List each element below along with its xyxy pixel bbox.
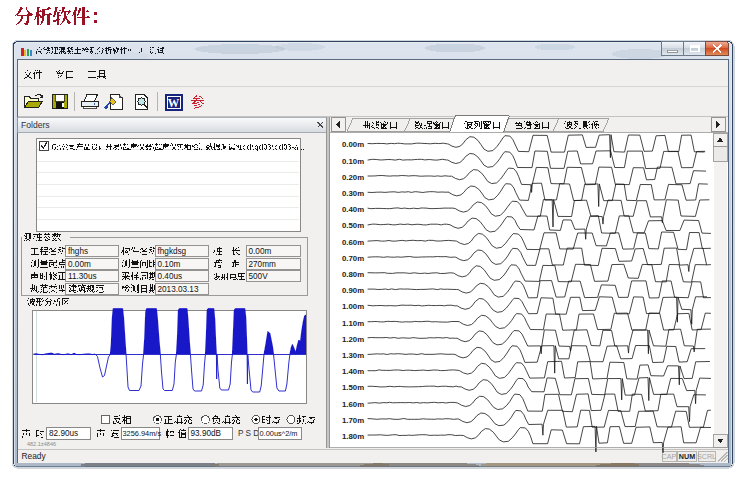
svg-text:0.60m: 0.60m — [342, 238, 364, 247]
svg-text:CAP: CAP — [662, 452, 677, 461]
svg-text:0.00m: 0.00m — [68, 260, 91, 269]
svg-text:93.90dB: 93.90dB — [191, 429, 222, 438]
svg-text:SCRL: SCRL — [697, 452, 716, 461]
svg-text:W: W — [168, 97, 180, 109]
svg-text:1.40m: 1.40m — [342, 367, 364, 376]
svg-text:Folders: Folders — [21, 120, 50, 130]
svg-text:0.00us^2/m: 0.00us^2/m — [260, 429, 298, 438]
svg-text:2013.03.13: 2013.03.13 — [158, 285, 199, 294]
svg-text:P S D: P S D — [238, 429, 259, 438]
svg-text:482.1±4846: 482.1±4846 — [27, 441, 56, 447]
svg-text:0.00m: 0.00m — [249, 247, 272, 256]
svg-text:0.90m: 0.90m — [342, 286, 364, 295]
svg-text:0.30m: 0.30m — [342, 189, 364, 198]
svg-text:1.80m: 1.80m — [342, 432, 364, 441]
svg-text:0.40m: 0.40m — [342, 205, 364, 214]
svg-text:500V: 500V — [249, 272, 269, 281]
svg-text:1.60m: 1.60m — [342, 400, 364, 409]
svg-text:3256.94m/s: 3256.94m/s — [123, 429, 162, 438]
svg-text:1.20m: 1.20m — [342, 335, 364, 344]
svg-text:1.00m: 1.00m — [342, 302, 364, 311]
svg-text:270mm: 270mm — [249, 260, 276, 269]
svg-text:11.30us: 11.30us — [68, 272, 97, 281]
svg-text:0.10m: 0.10m — [342, 157, 364, 166]
svg-text:Ready: Ready — [22, 451, 47, 461]
svg-text:0.50m: 0.50m — [342, 221, 364, 230]
svg-text:0.80m: 0.80m — [342, 270, 364, 279]
svg-text:0.70m: 0.70m — [342, 254, 364, 263]
svg-text:82.90us: 82.90us — [49, 429, 78, 438]
svg-text:NUM: NUM — [679, 452, 695, 461]
svg-text:1.50m: 1.50m — [342, 383, 364, 392]
svg-text:0.10m: 0.10m — [158, 260, 181, 269]
svg-text:fhghs: fhghs — [68, 247, 88, 256]
svg-text:1.70m: 1.70m — [342, 416, 364, 425]
svg-text:0.00m: 0.00m — [342, 140, 364, 149]
svg-text:1.10m: 1.10m — [342, 319, 364, 328]
svg-text:0.20m: 0.20m — [342, 173, 364, 182]
svg-text:fhgkdsg: fhgkdsg — [158, 247, 187, 256]
svg-text:0.40us: 0.40us — [158, 272, 183, 281]
svg-text:1.30m: 1.30m — [342, 351, 364, 360]
